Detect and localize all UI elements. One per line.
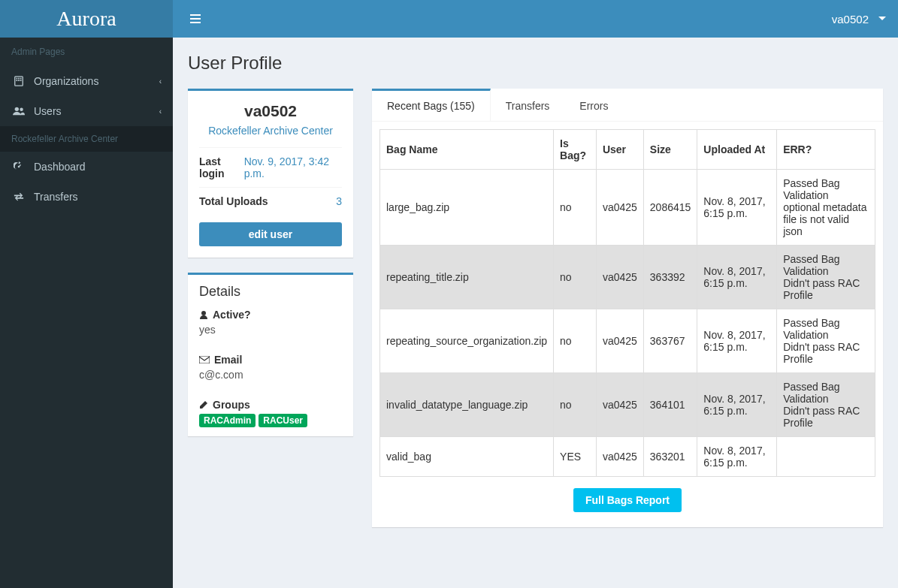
sidebar-item-users[interactable]: Users ‹ — [0, 96, 173, 126]
svg-point-7 — [15, 107, 19, 111]
total-uploads-label: Total Uploads — [199, 195, 268, 207]
cell-uploaded: Nov. 8, 2017, 6:15 p.m. — [697, 246, 777, 309]
bags-table: Bag Name Is Bag? User Size Uploaded At E… — [379, 129, 875, 477]
sidebar-item-label: Users — [34, 105, 62, 117]
cell-uploaded: Nov. 8, 2017, 6:15 p.m. — [697, 170, 777, 246]
tab-recent-bags[interactable]: Recent Bags (155) — [372, 89, 491, 121]
email-label: Email — [214, 354, 242, 366]
details-title: Details — [188, 275, 353, 300]
groups-label: Groups — [213, 399, 250, 411]
cell-err: Passed Bag Validation optional metadata … — [777, 170, 875, 246]
chevron-left-icon: ‹ — [159, 107, 162, 116]
sidebar-item-transfers[interactable]: Transfers — [0, 182, 173, 212]
svg-rect-1 — [17, 78, 18, 80]
tab-transfers[interactable]: Transfers — [491, 89, 565, 121]
svg-point-13 — [201, 311, 206, 315]
full-bags-report-button[interactable]: Full Bags Report — [573, 488, 682, 512]
table-row: repeating_title.zipnova0425363392Nov. 8,… — [380, 246, 875, 309]
sidebar-item-organizations[interactable]: Organizations ‹ — [0, 66, 173, 96]
current-user-label: va0502 — [832, 13, 869, 26]
col-size: Size — [643, 130, 697, 170]
svg-rect-5 — [18, 80, 20, 81]
sidebar-section-header: Rockefeller Archive Center — [0, 126, 173, 152]
cell-name: repeating_title.zip — [380, 246, 554, 309]
svg-rect-4 — [17, 80, 18, 81]
svg-rect-2 — [18, 78, 20, 80]
sidebar-admin-header: Admin Pages — [0, 38, 173, 66]
tab-errors[interactable]: Errors — [564, 89, 623, 121]
col-is-bag: Is Bag? — [554, 130, 597, 170]
details-card: Details Active? yes Email — [188, 273, 353, 436]
envelope-icon — [199, 356, 210, 363]
cell-size: 363767 — [643, 309, 697, 373]
cell-size: 2086415 — [643, 170, 697, 246]
table-row: valid_bagYESva0425363201Nov. 8, 2017, 6:… — [380, 437, 875, 477]
user-icon — [199, 310, 208, 319]
group-badge: RACAdmin — [199, 414, 255, 427]
profile-card: va0502 Rockefeller Archive Center Last l… — [188, 89, 353, 258]
sidebar-item-label: Dashboard — [34, 161, 86, 173]
dashboard-icon — [11, 161, 26, 172]
svg-rect-11 — [190, 18, 201, 20]
sidebar-item-label: Transfers — [34, 191, 78, 203]
col-uploaded-at: Uploaded At — [697, 130, 777, 170]
cell-is_bag: no — [554, 309, 597, 373]
cell-user: va0425 — [596, 246, 643, 309]
last-login-label: Last login — [199, 155, 244, 179]
cell-size: 363392 — [643, 246, 697, 309]
active-value: yes — [199, 324, 342, 336]
col-bag-name: Bag Name — [380, 130, 554, 170]
chevron-left-icon: ‹ — [159, 77, 162, 86]
cell-err: Passed Bag Validation Didn't pass RAC Pr… — [777, 309, 875, 373]
profile-username: va0502 — [199, 102, 342, 120]
svg-rect-12 — [190, 22, 201, 23]
email-value: c@c.com — [199, 369, 342, 381]
chevron-down-icon — [878, 14, 887, 23]
svg-rect-6 — [20, 80, 22, 81]
col-user: User — [596, 130, 643, 170]
building-icon — [11, 76, 26, 86]
cell-user: va0425 — [596, 170, 643, 246]
cell-is_bag: YES — [554, 437, 597, 477]
cell-user: va0425 — [596, 309, 643, 373]
cell-err: Passed Bag Validation Didn't pass RAC Pr… — [777, 373, 875, 437]
cell-uploaded: Nov. 8, 2017, 6:15 p.m. — [697, 373, 777, 437]
profile-org-link[interactable]: Rockefeller Archive Center — [199, 125, 342, 137]
tabs-panel: Recent Bags (155) Transfers Errors Bag N… — [372, 89, 883, 527]
last-login-value: Nov. 9, 2017, 3:42 p.m. — [244, 155, 342, 179]
cell-name: valid_bag — [380, 437, 554, 477]
col-err: ERR? — [777, 130, 875, 170]
active-label: Active? — [213, 309, 251, 321]
cell-err — [777, 437, 875, 477]
svg-point-8 — [20, 108, 23, 111]
pencil-icon — [199, 400, 208, 409]
cell-size: 363201 — [643, 437, 697, 477]
users-icon — [11, 106, 26, 116]
cell-name: repeating_source_organization.zip — [380, 309, 554, 373]
edit-user-button[interactable]: edit user — [199, 222, 342, 246]
cell-user: va0425 — [596, 373, 643, 437]
groups-badges: RACAdminRACUser — [199, 414, 342, 427]
cell-name: invalid_datatype_language.zip — [380, 373, 554, 437]
cell-name: large_bag.zip — [380, 170, 554, 246]
transfer-icon — [11, 191, 26, 202]
menu-toggle-icon[interactable] — [184, 8, 207, 30]
svg-rect-3 — [20, 78, 22, 80]
cell-is_bag: no — [554, 373, 597, 437]
sidebar-item-dashboard[interactable]: Dashboard — [0, 152, 173, 182]
brand-logo[interactable]: Aurora — [0, 0, 173, 38]
cell-is_bag: no — [554, 246, 597, 309]
table-row: repeating_source_organization.zipnova042… — [380, 309, 875, 373]
sidebar-item-label: Organizations — [34, 75, 98, 87]
user-menu[interactable]: va0502 — [832, 13, 887, 26]
cell-err: Passed Bag Validation Didn't pass RAC Pr… — [777, 246, 875, 309]
table-row: large_bag.zipnova04252086415Nov. 8, 2017… — [380, 170, 875, 246]
total-uploads-value[interactable]: 3 — [336, 195, 342, 207]
svg-rect-10 — [190, 14, 201, 16]
page-title: User Profile — [188, 53, 883, 74]
table-row: invalid_datatype_language.zipnova0425364… — [380, 373, 875, 437]
cell-size: 364101 — [643, 373, 697, 437]
cell-uploaded: Nov. 8, 2017, 6:15 p.m. — [697, 309, 777, 373]
cell-is_bag: no — [554, 170, 597, 246]
sidebar: Aurora Admin Pages Organizations ‹ Users… — [0, 0, 173, 588]
